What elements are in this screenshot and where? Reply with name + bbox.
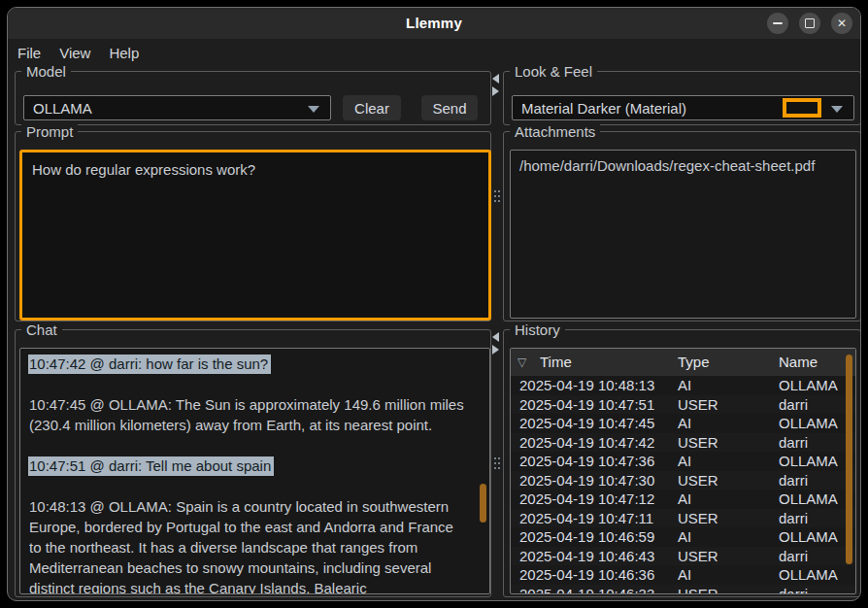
- menu-view[interactable]: View: [59, 45, 90, 61]
- close-button[interactable]: ✕: [831, 13, 852, 34]
- chat-message[interactable]: 10:47:51 @ darri: Tell me about spain: [29, 456, 464, 476]
- prompt-text: How do regular expressions work?: [32, 161, 255, 178]
- history-row[interactable]: 2025-04-19 10:47:51USERdarri: [511, 395, 855, 415]
- history-row[interactable]: 2025-04-19 10:46:33USERdarri: [511, 585, 855, 595]
- titlebar[interactable]: Llemmy ✕: [8, 8, 860, 39]
- history-cell-type: USER: [678, 433, 718, 453]
- history-row[interactable]: 2025-04-19 10:47:36AIOLLAMA: [511, 452, 855, 471]
- collapse-left-icon[interactable]: [492, 74, 499, 84]
- menu-file[interactable]: File: [17, 45, 41, 61]
- history-cell-name: OLLAMA: [779, 414, 838, 433]
- model-select[interactable]: OLLAMA: [23, 95, 331, 120]
- chat-group-label: Chat: [21, 321, 62, 338]
- send-button[interactable]: Send: [421, 95, 478, 120]
- attachments-group: Attachments /home/darri/Downloads/regex-…: [503, 131, 861, 321]
- chevron-down-icon: [831, 106, 843, 113]
- chat-group: Chat 10:47:42 @ darri: how far is the su…: [15, 329, 491, 597]
- history-cell-time: 2025-04-19 10:47:51: [519, 395, 654, 415]
- history-cell-time: 2025-04-19 10:48:13: [519, 376, 654, 395]
- splitter-collapse-arrows: [492, 74, 499, 96]
- chat-message[interactable]: 10:47:42 @ darri: how far is the sun?: [29, 354, 464, 374]
- maximize-icon: [805, 18, 815, 28]
- history-rows: 2025-04-19 10:48:13AIOLLAMA2025-04-19 10…: [511, 376, 855, 594]
- sort-descending-icon[interactable]: ▽: [517, 349, 526, 376]
- close-icon: ✕: [837, 17, 847, 29]
- maximize-button[interactable]: [799, 13, 820, 34]
- history-row[interactable]: 2025-04-19 10:47:11USERdarri: [511, 509, 855, 528]
- chat-log[interactable]: 10:47:42 @ darri: how far is the sun?10:…: [19, 348, 490, 594]
- history-cell-name: darri: [779, 509, 808, 528]
- history-group-label: History: [510, 321, 565, 338]
- history-cell-type: AI: [678, 452, 691, 471]
- top-splitter-handle[interactable]: [491, 71, 503, 321]
- look-and-feel-selected-value: Material Darker (Material): [513, 100, 686, 117]
- history-column-type[interactable]: Type: [678, 349, 710, 376]
- app-window: Llemmy ✕ File View Help Model OLLAMA Cle…: [7, 7, 861, 601]
- prompt-input[interactable]: How do regular expressions work?: [19, 150, 491, 321]
- history-row[interactable]: 2025-04-19 10:46:59AIOLLAMA: [511, 527, 855, 547]
- history-cell-time: 2025-04-19 10:46:59: [519, 527, 654, 547]
- history-row[interactable]: 2025-04-19 10:47:30USERdarri: [511, 471, 855, 490]
- bottom-splitter-handle[interactable]: [491, 329, 503, 597]
- history-cell-name: darri: [779, 395, 808, 415]
- history-cell-name: OLLAMA: [779, 490, 838, 509]
- history-cell-name: darri: [779, 471, 808, 490]
- window-title: Llemmy: [8, 8, 860, 39]
- history-cell-time: 2025-04-19 10:47:36: [519, 452, 654, 471]
- history-cell-type: USER: [678, 471, 718, 490]
- history-cell-time: 2025-04-19 10:47:45: [519, 414, 654, 433]
- collapse-left-icon[interactable]: [492, 332, 499, 342]
- history-cell-name: OLLAMA: [779, 565, 838, 585]
- history-cell-type: AI: [678, 565, 691, 585]
- history-cell-time: 2025-04-19 10:46:36: [519, 565, 654, 585]
- splitter-grip-icon: [494, 457, 496, 459]
- history-cell-name: OLLAMA: [779, 376, 838, 395]
- chat-messages: 10:47:42 @ darri: how far is the sun?10:…: [20, 349, 489, 594]
- chat-scrollbar-thumb[interactable]: [480, 484, 486, 523]
- model-group: Model OLLAMA Clear Send: [15, 71, 491, 125]
- clear-button[interactable]: Clear: [343, 95, 401, 120]
- look-and-feel-group: Look & Feel Material Darker (Material): [503, 71, 861, 125]
- menubar: File View Help: [8, 39, 860, 66]
- history-row[interactable]: 2025-04-19 10:47:45AIOLLAMA: [511, 414, 855, 433]
- attachment-item[interactable]: /home/darri/Downloads/regex-cheat-sheet.…: [511, 151, 855, 176]
- menu-help[interactable]: Help: [109, 45, 139, 61]
- history-cell-type: AI: [678, 376, 691, 395]
- history-scrollbar-thumb[interactable]: [846, 355, 852, 564]
- history-cell-time: 2025-04-19 10:47:30: [519, 471, 654, 490]
- attachments-list[interactable]: /home/darri/Downloads/regex-cheat-sheet.…: [510, 150, 856, 319]
- history-column-name[interactable]: Name: [779, 349, 818, 376]
- history-table: ▽ Time Type Name 2025-04-19 10:48:13AIOL…: [510, 348, 856, 594]
- look-and-feel-select[interactable]: Material Darker (Material): [512, 95, 854, 120]
- history-cell-type: AI: [678, 527, 691, 547]
- history-cell-name: darri: [779, 433, 808, 453]
- minimize-button[interactable]: [767, 13, 788, 34]
- history-column-time[interactable]: Time: [540, 349, 572, 376]
- history-cell-name: darri: [779, 585, 808, 595]
- history-group: History ▽ Time Type Name 2025-04-19 10:4…: [503, 329, 861, 597]
- attachments-group-label: Attachments: [510, 123, 600, 140]
- collapse-right-icon[interactable]: [492, 345, 499, 355]
- history-row[interactable]: 2025-04-19 10:47:42USERdarri: [511, 433, 855, 453]
- prompt-group-label: Prompt: [21, 123, 78, 140]
- history-cell-type: USER: [678, 509, 718, 528]
- history-cell-type: USER: [678, 395, 718, 415]
- history-row[interactable]: 2025-04-19 10:46:36AIOLLAMA: [511, 565, 855, 585]
- chevron-down-icon: [308, 106, 319, 113]
- chat-message[interactable]: 10:47:45 @ OLLAMA: The Sun is approximat…: [29, 394, 464, 435]
- collapse-right-icon[interactable]: [492, 86, 499, 96]
- history-row[interactable]: 2025-04-19 10:48:13AIOLLAMA: [511, 376, 855, 395]
- minimize-icon: [773, 22, 783, 24]
- history-cell-time: 2025-04-19 10:47:11: [519, 509, 653, 528]
- splitter-collapse-arrows: [492, 332, 499, 355]
- history-header-row: ▽ Time Type Name: [511, 349, 855, 376]
- history-cell-name: OLLAMA: [779, 452, 838, 471]
- model-selected-value: OLLAMA: [24, 100, 92, 117]
- history-cell-time: 2025-04-19 10:46:43: [519, 547, 654, 566]
- history-cell-time: 2025-04-19 10:47:12: [519, 490, 654, 509]
- chat-message[interactable]: 10:48:13 @ OLLAMA: Spain is a country lo…: [29, 496, 464, 594]
- history-row[interactable]: 2025-04-19 10:47:12AIOLLAMA: [511, 490, 855, 509]
- history-row[interactable]: 2025-04-19 10:46:43USERdarri: [511, 547, 855, 566]
- history-cell-type: AI: [678, 414, 691, 433]
- history-cell-time: 2025-04-19 10:47:42: [519, 433, 654, 453]
